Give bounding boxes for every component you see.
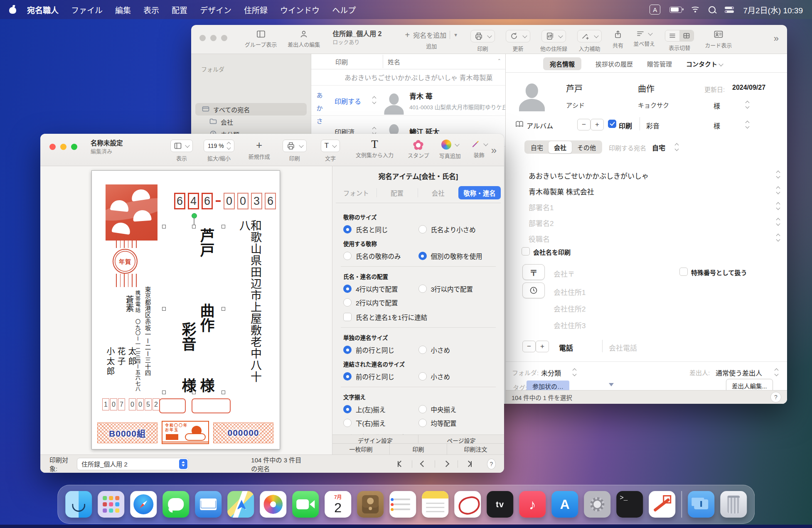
tag-dropdown-icon[interactable] [609,383,614,386]
menu-住所録[interactable]: 住所録 [244,4,268,15]
dept1-field[interactable]: 部署名1 [529,202,554,212]
spotlight-icon[interactable] [709,6,716,13]
add-joint-button[interactable]: + [591,119,604,130]
index-letter-か[interactable]: か [315,103,324,112]
remove-joint-button[interactable]: − [577,119,591,130]
last-name-field[interactable]: 芦戸 [566,82,583,94]
company-address2-field[interactable]: 会社住所2 [554,303,586,314]
menu-表示[interactable]: 表示 [143,4,159,15]
decorate-button[interactable]: 装飾 [471,140,487,159]
sender-value[interactable]: 通常使う差出人 [716,368,762,378]
company-address3-field[interactable]: 会社住所3 [554,320,586,330]
radio-3行以内で配置[interactable]: 3行以内で配置 [418,284,494,293]
sender-phone[interactable]: 携帯電話 〇九〇ー一二三四ー五六七八 [135,290,140,393]
dock-facetime[interactable] [292,491,319,518]
first-kana-field[interactable]: キョクサク [638,101,669,109]
battery-icon[interactable] [669,7,682,13]
menu-配置[interactable]: 配置 [172,4,187,15]
radio-下(右)揃え[interactable]: 下(右)揃え [343,418,418,427]
dock-appletv[interactable]: tv [487,491,513,518]
menu-ウインドウ[interactable]: ウインドウ [280,4,320,15]
print-status-stepper[interactable] [373,128,376,134]
tab-コンタクト[interactable]: コンタクト [686,59,723,68]
radio-小さめ[interactable]: 小さめ [418,345,494,354]
column-print[interactable]: 印刷 [335,57,348,66]
print-button[interactable]: 印刷 [470,30,495,52]
add-recipient-button[interactable]: +宛名を追加▼ 追加 [405,30,458,50]
role-field[interactable]: 役職名 [529,233,550,244]
remove-phone-button[interactable]: − [522,341,536,352]
tab-贈答管理[interactable]: 贈答管理 [647,59,672,68]
tab-挨拶状の履歴[interactable]: 挨拶状の履歴 [595,59,633,68]
wifi-icon[interactable] [691,7,699,13]
control-center-icon[interactable] [725,6,734,13]
input-source-icon[interactable]: A [650,5,660,15]
menu-編集[interactable]: 編集 [115,4,131,15]
text-button[interactable]: T 文字 [321,140,340,162]
button-印刷[interactable]: 印刷 [389,444,447,454]
first-record-button[interactable] [394,459,407,469]
toolbar-overflow-icon[interactable]: » [491,145,497,156]
dock-notes[interactable] [422,491,448,518]
dock-downloads[interactable] [688,491,714,518]
menu-clock[interactable]: 7月2日(水) 10:39 [743,4,803,15]
sender-member-2[interactable]: 花子 [117,347,125,367]
group-view-button[interactable]: グループ表示 [245,30,277,48]
joint-honorific-field[interactable]: 様 [714,120,720,130]
company-kana-field[interactable]: あおきいちごせいかかぶしきがいしゃ [529,170,649,181]
radio-氏名の敬称のみ[interactable]: 氏名の敬称のみ [343,251,418,260]
radio-上(左)揃え[interactable]: 上(左)揃え [343,405,418,414]
joint-name-field[interactable]: 彩音 [646,120,659,130]
recipient-name-main[interactable]: 芦戸 曲作 様 [197,228,215,393]
sender-member-3[interactable]: 小太郎 [106,347,114,377]
company-postal-field[interactable]: 会社〒 [554,268,575,279]
dock-settings[interactable] [584,491,610,518]
dept2-field[interactable]: 部署名2 [529,218,554,228]
last-record-button[interactable] [463,459,475,469]
role-stepper[interactable] [777,234,780,241]
honorific-field[interactable]: 様 [714,101,720,111]
help-button[interactable]: ? [487,459,496,469]
radio-2行以内で配置[interactable]: 2行以内で配置 [343,298,418,307]
help-button[interactable]: ? [770,392,781,403]
phrase-library-button[interactable]: T 文例集から入力 [356,140,394,159]
dock-terminal[interactable]: >_ [616,491,643,518]
dock-freeform[interactable] [454,491,481,518]
inspector-tab-敬称・連名[interactable]: 敬称・連名 [458,186,501,199]
inspector-tab-フォント[interactable]: フォント [336,188,376,197]
sender-family-name[interactable]: 蒼素 [125,295,133,312]
window-controls[interactable] [199,35,227,41]
address-type-segmented[interactable]: 自宅会社その他 [524,140,602,154]
company-phone-field[interactable]: 会社電話 [609,342,637,353]
sidebar-item-すべての宛名[interactable]: すべての宛名 [195,103,307,115]
dock-music[interactable]: ♪ [519,491,546,518]
sender-stepper[interactable] [775,369,778,376]
radio-氏名より小さめ[interactable]: 氏名より小さめ [418,225,494,234]
radio-小さめ[interactable]: 小さめ [418,372,494,381]
inspector-tab-会社[interactable]: 会社 [418,188,459,197]
menu-ヘルプ[interactable]: ヘルプ [332,4,356,15]
dock-calendar[interactable]: 7月2 [325,491,351,518]
dept1-stepper[interactable] [777,203,780,209]
address-lookup-button[interactable] [522,282,545,298]
index-letter-あ[interactable]: あ [315,91,324,99]
radio-前の行と同じ[interactable]: 前の行と同じ [343,372,418,381]
folder-stepper[interactable] [573,369,576,376]
radio-均等配置[interactable]: 均等配置 [418,418,494,427]
postcard-preview[interactable]: 年賀 6460036 和歌山県田辺市上屋敷老中八十八 芦戸 曲作 [91,170,280,449]
radio-4行以内で配置[interactable]: 4行以内で配置 [343,284,418,293]
company-kana-stepper[interactable] [777,171,780,178]
folder-value[interactable]: 未分類 [541,368,561,378]
group-header-row[interactable]: あおきいちごせいかかぶしきがいしゃ 青木苺製菓 [311,69,505,86]
print-button[interactable]: 印刷 [283,140,307,162]
button-一枚印刷[interactable]: 一枚印刷 [332,444,389,454]
previous-record-button[interactable] [417,459,430,469]
radio-中央揃え[interactable]: 中央揃え [418,405,494,414]
recipient-row[interactable]: 印刷する青木 苺401-0003 山梨県大月市賑岡町ゆりケ丘 [311,85,505,116]
segment-会社[interactable]: 会社 [549,141,572,153]
window-controls[interactable] [49,144,77,150]
view-switch-control[interactable]: 表示切替 [665,30,694,52]
sender-postal-code[interactable]: 1070052 [102,398,160,410]
dock-launchpad[interactable] [98,491,124,518]
share-button[interactable]: 共有 [613,30,623,49]
